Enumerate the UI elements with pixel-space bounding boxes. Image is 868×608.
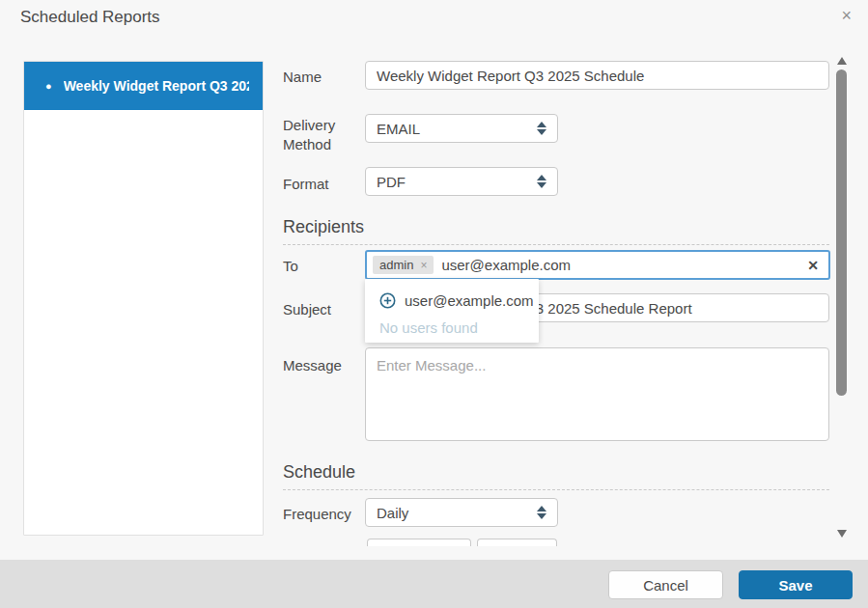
recipient-tag[interactable]: admin ×	[373, 256, 434, 274]
format-value: PDF	[377, 174, 537, 190]
name-input[interactable]	[365, 61, 829, 90]
plus-circle-icon	[379, 292, 396, 309]
add-recipient-option-label: user@example.com	[405, 292, 534, 309]
message-textarea[interactable]	[365, 347, 829, 441]
name-label: Name	[283, 68, 358, 87]
recipients-heading: Recipients	[283, 217, 829, 245]
schedule-heading: Schedule	[283, 462, 829, 490]
recipient-tag-label: admin	[379, 258, 413, 272]
format-select[interactable]: PDF	[365, 167, 558, 196]
format-label: Format	[283, 175, 358, 194]
to-typed-text: user@example.com	[441, 257, 571, 273]
scroll-down-icon[interactable]	[837, 530, 847, 538]
add-recipient-option[interactable]: user@example.com	[379, 289, 539, 312]
save-button[interactable]: Save	[739, 570, 853, 599]
scroll-up-icon[interactable]	[837, 57, 847, 65]
close-icon[interactable]: ×	[841, 7, 852, 24]
clear-input-icon[interactable]: ✕	[807, 258, 819, 273]
select-arrows-icon	[537, 506, 546, 519]
report-list-item-label: Weekly Widget Report Q3 202…	[64, 78, 249, 94]
report-list-item[interactable]: ● Weekly Widget Report Q3 202…	[24, 62, 263, 110]
dialog-footer: Cancel Save	[0, 560, 868, 608]
subject-label: Subject	[283, 300, 358, 319]
frequency-select[interactable]: Daily	[365, 498, 558, 527]
message-label: Message	[283, 356, 358, 375]
no-users-found-text: No users found	[379, 319, 539, 336]
frequency-label: Frequency	[283, 505, 358, 524]
scheduled-reports-dialog: Scheduled Reports × ● Weekly Widget Repo…	[0, 0, 868, 608]
cancel-button[interactable]: Cancel	[608, 570, 723, 599]
tag-remove-icon[interactable]: ×	[420, 259, 427, 272]
to-label: To	[283, 257, 358, 276]
delivery-method-select[interactable]: EMAIL	[365, 114, 558, 143]
recipient-suggestions-dropdown: user@example.com No users found	[365, 279, 539, 343]
to-recipients-input[interactable]: admin × user@example.com ✕	[365, 250, 830, 280]
clipped-field[interactable]	[367, 539, 471, 546]
dialog-title: Scheduled Reports	[20, 8, 160, 27]
delivery-method-label: Delivery Method	[283, 116, 358, 154]
select-arrows-icon	[537, 175, 546, 188]
clipped-field[interactable]	[477, 539, 557, 546]
delivery-method-value: EMAIL	[377, 121, 537, 137]
select-arrows-icon	[537, 122, 546, 135]
bullet-icon: ●	[45, 81, 52, 92]
scrollbar-thumb[interactable]	[836, 69, 847, 396]
frequency-value: Daily	[377, 505, 537, 521]
report-list-panel: ● Weekly Widget Report Q3 202…	[23, 61, 264, 536]
form-scrollbar[interactable]	[834, 53, 850, 546]
